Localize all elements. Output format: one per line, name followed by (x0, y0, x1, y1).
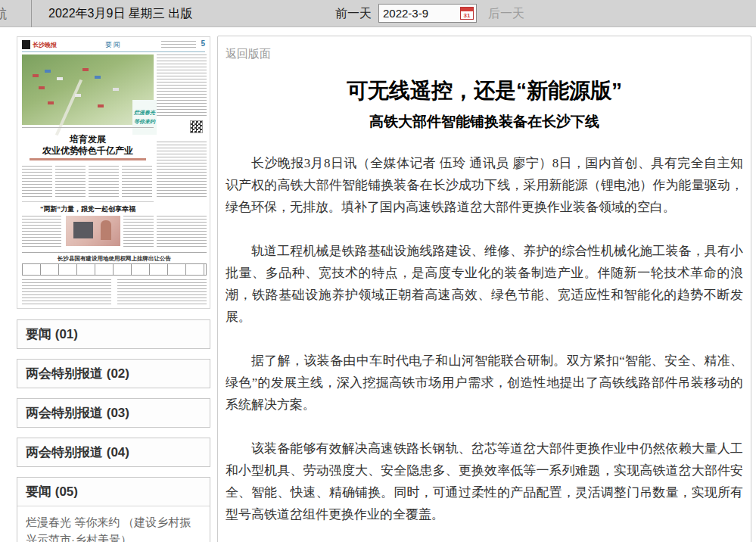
article-title: 可无线遥控，还是“新能源版” (226, 76, 743, 105)
topbar: 航 2022年3月9日 星期三 出版 前一天 31 后一天 (0, 0, 756, 27)
thumb-mid-headline: “两新”力量，跟党一起创享幸福 (22, 204, 154, 214)
thumb-text-column (55, 166, 86, 199)
thumb-subheadline-bar (30, 158, 146, 160)
photo-roof (75, 94, 81, 97)
thumb-text-column (89, 166, 119, 199)
thumb-notice-headline: 长沙县国有建设用地使用权网上挂牌出让公告 (22, 255, 207, 263)
thumb-headline-line1: 培育发展 (22, 134, 154, 145)
thumb-text-column (22, 279, 111, 305)
section-label[interactable]: 要闻 (05) (17, 478, 210, 506)
spring-promo-line1: 烂漫春光 (134, 109, 155, 117)
thumb-text-column (117, 279, 207, 305)
section-label[interactable]: 两会特别报道 (04) (17, 438, 210, 466)
qr-code-icon (190, 120, 203, 133)
publish-date-label: 2022年3月9日 星期三 出版 (48, 6, 192, 22)
calendar-icon-day: 31 (461, 11, 473, 19)
thumb-notice-table (22, 263, 207, 276)
section-item-yaowen-05: 要闻 (05) 烂漫春光 等你来约 （建设乡村振兴示范市·乡村美景） 培育发展农… (17, 477, 210, 542)
thumb-headline-line2: 农业优势特色千亿产业 (22, 145, 154, 157)
section-label[interactable]: 两会特别报道 (02) (17, 360, 210, 388)
photo-roof (98, 104, 104, 107)
thumb-worker-photo (66, 216, 120, 246)
section-label[interactable]: 要闻 (01) (17, 320, 210, 348)
thumb-text-column (122, 166, 152, 199)
thumb-text-column (22, 166, 52, 199)
thumb-text-column (22, 216, 61, 249)
article-body: 长沙晚报3月8日讯（全媒体记者 伍玲 通讯员 廖宁）8日，国内首创、具有完全自主… (226, 152, 743, 542)
sidebar: 长沙晚报 要闻 5 烂漫春光 等你来约 培育发展 农业优势特色千亿产业 (17, 36, 210, 542)
photo-caption-lines (22, 127, 154, 130)
article-panel: 返回版面 可无线遥控，还是“新能源版” 高铁大部件智能铺换装备在长沙下线 长沙晚… (217, 36, 751, 542)
photo-person (101, 220, 111, 240)
photo-roof (95, 76, 101, 79)
article-paragraph: 长沙晚报3月8日讯（全媒体记者 伍玲 通讯员 廖宁）8日，国内首创、具有完全自主… (226, 152, 743, 218)
thumb-aerial-photo: 烂漫春光 等你来约 (22, 55, 154, 125)
section-item-lianghui-02[interactable]: 两会特别报道 (02) (17, 359, 210, 388)
masthead-meta-lines (161, 41, 196, 48)
date-picker[interactable]: 31 (378, 4, 477, 23)
newspaper-page-thumbnail[interactable]: 长沙晚报 要闻 5 烂漫春光 等你来约 培育发展 农业优势特色千亿产业 (17, 36, 210, 309)
photo-roof (48, 101, 54, 104)
thumb-divider (22, 201, 154, 202)
masthead-rule (22, 51, 205, 52)
next-day-link[interactable]: 后一天 (488, 6, 524, 22)
thumb-right-column (157, 55, 207, 118)
section-item-lianghui-03[interactable]: 两会特别报道 (03) (17, 398, 210, 428)
article-paragraph: 该装备能够有效解决高速铁路长钢轨、岔芯等道岔大部件更换作业中仍然依赖大量人工和小… (226, 438, 743, 525)
article-subtitle: 高铁大部件智能铺换装备在长沙下线 (226, 112, 743, 132)
back-to-page-link[interactable]: 返回版面 (226, 47, 271, 61)
spring-promo-line2: 等你来约 (134, 118, 155, 126)
section-item-lianghui-04[interactable]: 两会特别报道 (04) (17, 438, 210, 467)
thumb-page-number: 5 (201, 39, 205, 48)
thumb-right-column (157, 216, 207, 249)
section-item-yaowen-01[interactable]: 要闻 (01) (17, 319, 210, 349)
photo-machine (73, 222, 93, 238)
date-input[interactable] (379, 7, 460, 20)
photo-roof (45, 70, 51, 73)
thumb-divider (22, 252, 207, 253)
thumb-right-column (157, 142, 207, 199)
article-paragraph: 轨道工程机械是铁路基础设施线路建设、维修、养护的综合性机械化施工装备，具有小批量… (226, 240, 743, 328)
article-paragraph: 据了解，该装备由中车时代电子和山河智能联合研制。双方紧扣“智能、安全、精准、绿色… (226, 350, 743, 416)
calendar-icon[interactable]: 31 (460, 7, 474, 20)
photo-roof (57, 77, 63, 80)
photo-roof (39, 86, 45, 89)
thumb-text-column (123, 216, 154, 249)
nav-overflow-label[interactable]: 航 (0, 5, 7, 23)
thumb-main-headline: 培育发展 农业优势特色千亿产业 (22, 134, 154, 157)
section-list: 要闻 (01) 两会特别报道 (02) 两会特别报道 (03) 两会特别报道 (… (17, 319, 210, 542)
article-link[interactable]: 烂漫春光 等你来约 （建设乡村振兴示范市·乡村美景） (17, 506, 210, 542)
prev-day-link[interactable]: 前一天 (335, 6, 372, 22)
topbar-divider (31, 0, 32, 27)
photo-roof (82, 68, 89, 71)
photo-roof (113, 88, 119, 91)
section-label[interactable]: 两会特别报道 (03) (17, 399, 210, 427)
photo-roof (33, 74, 39, 77)
